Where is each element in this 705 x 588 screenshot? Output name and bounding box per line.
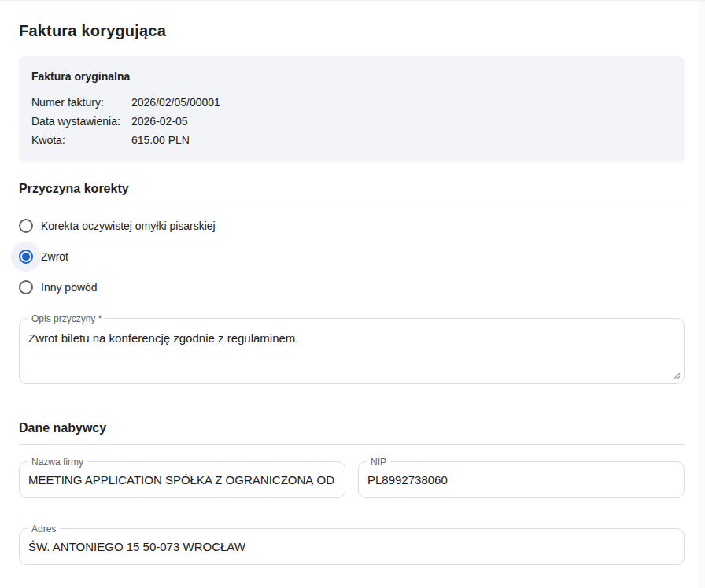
amount-value: 615.00 PLN (131, 131, 672, 150)
nip-field: NIP (358, 461, 685, 498)
radio-option-label: Inny powód (41, 280, 98, 294)
invoice-number-row: Numer faktury: 2026/02/05/00001 (31, 93, 672, 112)
address-label: Adres (28, 523, 60, 534)
address-input[interactable] (20, 540, 684, 553)
correction-reason-radio-group: Korekta oczywistej omyłki pisarskiej Zwr… (19, 210, 685, 302)
reason-section-heading: Przyczyna korekty (19, 181, 685, 196)
radio-option-other-reason[interactable]: Inny powód (19, 272, 685, 302)
reason-description-textarea[interactable]: Zwrot biletu na konferencję zgodnie z re… (20, 319, 684, 383)
amount-row: Kwota: 615.00 PLN (31, 131, 672, 150)
radio-button-icon[interactable] (19, 219, 33, 233)
issue-date-row: Data wystawienia: 2026-02-05 (31, 112, 672, 131)
radio-option-label: Zwrot (41, 250, 68, 264)
radio-button-icon[interactable] (19, 280, 33, 294)
buyer-fields-row: Nazwa firmy NIP (19, 461, 685, 498)
nip-input[interactable] (359, 473, 684, 486)
issue-date-value: 2026-02-05 (131, 112, 672, 131)
page-title: Faktura korygująca (19, 22, 685, 40)
radio-halo (11, 211, 41, 241)
issue-date-label: Data wystawienia: (31, 112, 131, 131)
radio-halo (11, 242, 41, 272)
invoice-correction-form: Faktura korygująca Faktura oryginalna Nu… (0, 22, 705, 565)
invoice-number-value: 2026/02/05/00001 (131, 93, 672, 112)
address-field: Adres (19, 528, 685, 565)
radio-option-return[interactable]: Zwrot (19, 241, 685, 272)
reason-description-label: Opis przyczyny * (28, 313, 105, 324)
reason-description-field: Opis przyczyny * Zwrot biletu na konfere… (19, 318, 685, 384)
radio-button-icon-selected[interactable] (19, 250, 33, 264)
vertical-scrollbar[interactable] (699, 1, 705, 588)
radio-option-clerical-error[interactable]: Korekta oczywistej omyłki pisarskiej (19, 210, 685, 241)
nip-label: NIP (367, 457, 390, 468)
buyer-section-divider (19, 444, 685, 445)
radio-halo (11, 272, 41, 302)
buyer-section-heading: Dane nabywcy (19, 420, 685, 435)
original-invoice-title: Faktura oryginalna (31, 68, 672, 84)
amount-label: Kwota: (31, 131, 131, 150)
resize-handle-icon[interactable] (671, 371, 681, 380)
invoice-number-label: Numer faktury: (31, 93, 131, 112)
company-name-input[interactable] (20, 473, 345, 486)
company-name-label: Nazwa firmy (28, 457, 87, 468)
original-invoice-panel: Faktura oryginalna Numer faktury: 2026/0… (19, 56, 685, 162)
radio-option-label: Korekta oczywistej omyłki pisarskiej (41, 219, 216, 233)
company-name-field: Nazwa firmy (19, 461, 345, 498)
reason-section-divider (19, 205, 685, 205)
